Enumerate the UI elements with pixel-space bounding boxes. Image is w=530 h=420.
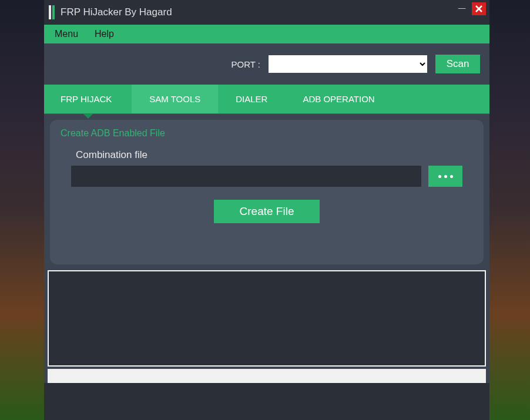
tab-sam-tools[interactable]: SAM TOOLS: [132, 85, 218, 113]
log-output[interactable]: [48, 270, 486, 367]
port-label: PORT :: [232, 59, 260, 69]
browse-button[interactable]: [428, 166, 462, 187]
menubar: Menu Help: [44, 25, 489, 43]
tab-adb-operation[interactable]: ADB OPERATION: [285, 85, 392, 113]
app-window: FRP HiJacker By Hagard _ Menu Help PORT …: [44, 0, 489, 420]
close-button[interactable]: [472, 2, 486, 15]
combination-file-input[interactable]: [71, 166, 421, 187]
tab-bar: FRP HIJACK SAM TOOLS DIALER ADB OPERATIO…: [44, 85, 489, 114]
bottom-area: [44, 383, 489, 420]
scan-button[interactable]: Scan: [435, 55, 480, 73]
panel-title: Create ADB Enabled File: [61, 128, 473, 139]
app-logo-icon: [49, 5, 55, 19]
progress-bar: [48, 369, 486, 383]
tab-frp-hijack[interactable]: FRP HIJACK: [44, 85, 132, 113]
combination-file-label: Combination file: [76, 149, 473, 161]
create-file-button[interactable]: Create File: [214, 200, 320, 223]
create-adb-panel: Create ADB Enabled File Combination file…: [50, 120, 484, 264]
window-title: FRP HiJacker By Hagard: [61, 6, 172, 18]
content-area: Create ADB Enabled File Combination file…: [44, 114, 489, 268]
minimize-button[interactable]: _: [455, 2, 468, 15]
close-icon: [475, 5, 483, 13]
menu-item-help[interactable]: Help: [95, 29, 114, 39]
tab-dialer[interactable]: DIALER: [218, 85, 285, 113]
port-section: PORT : Scan: [44, 43, 489, 85]
ellipsis-icon: [438, 175, 453, 178]
titlebar[interactable]: FRP HiJacker By Hagard _: [44, 0, 489, 25]
port-select[interactable]: [269, 55, 427, 73]
menu-item-menu[interactable]: Menu: [55, 29, 78, 39]
